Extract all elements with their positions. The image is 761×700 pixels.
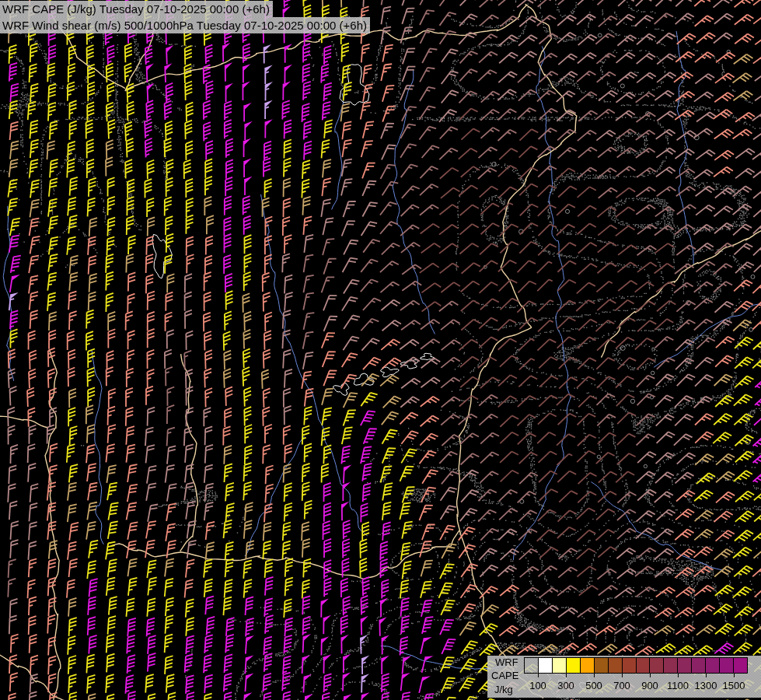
legend-cell: [623, 658, 637, 673]
legend-cell: [539, 658, 553, 673]
legend-tick: [594, 674, 595, 677]
legend-color-bar: [524, 657, 748, 674]
legend-tick-label: 500: [585, 680, 602, 691]
title-cape: WRF CAPE (J/kg) Tuesday 07-10-2025 00:00…: [0, 1, 273, 17]
legend-variable-label: CAPE: [491, 670, 518, 681]
legend-tick-label: 900: [641, 680, 658, 691]
legend-tick: [706, 674, 707, 677]
legend-cell: [692, 658, 706, 673]
legend-tick-label: 1300: [695, 680, 717, 691]
legend-tick-label: 1500: [723, 680, 745, 691]
legend-tick: [678, 674, 679, 677]
legend-cell: [637, 658, 651, 673]
legend-cell: [553, 658, 567, 673]
legend-tick-label: 100: [529, 680, 546, 691]
legend-cell: [678, 658, 692, 673]
legend-cell: [567, 658, 581, 673]
legend-cell: [664, 658, 678, 673]
legend-tick: [538, 674, 539, 677]
legend-tick-label: 300: [557, 680, 574, 691]
legend-cell: [609, 658, 623, 673]
legend-tick-label: 1100: [667, 680, 689, 691]
cape-legend: WRF CAPE J/kg 10030050070090011001300150…: [487, 656, 761, 698]
legend-units-label: J/kg: [494, 684, 513, 695]
legend-tick: [734, 674, 735, 677]
legend-cell: [595, 658, 609, 673]
legend-cell: [525, 658, 539, 673]
legend-cell: [734, 658, 747, 673]
legend-tick: [650, 674, 651, 677]
legend-tick: [566, 674, 567, 677]
legend-cell: [581, 658, 595, 673]
legend-cell: [650, 658, 664, 673]
title-wind-shear: WRF Wind shear (m/s) 500/1000hPa Tuesday…: [0, 17, 370, 33]
legend-tick-label: 700: [613, 680, 630, 691]
legend-cell: [706, 658, 720, 673]
legend-tick: [622, 674, 623, 677]
legend-cell: [720, 658, 734, 673]
weather-map: WRF CAPE (J/kg) Tuesday 07-10-2025 00:00…: [0, 0, 761, 700]
weather-map-canvas: [0, 0, 761, 700]
legend-model-label: WRF: [495, 656, 518, 668]
